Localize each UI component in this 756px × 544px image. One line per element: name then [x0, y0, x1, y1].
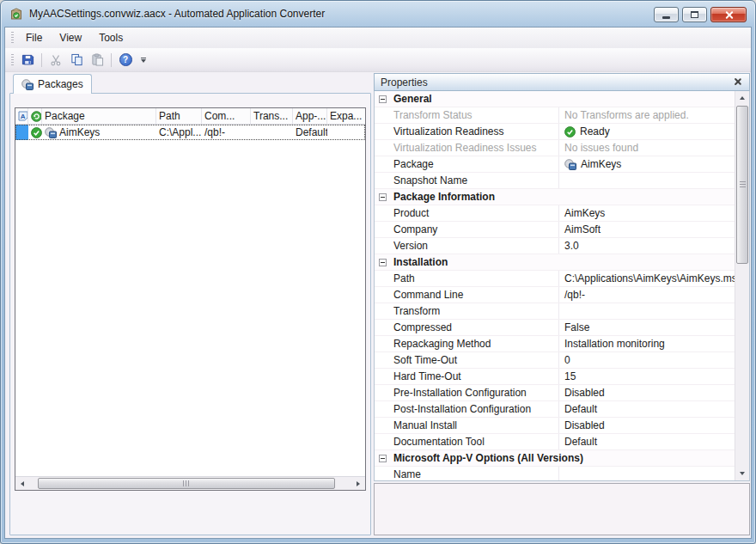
- close-button[interactable]: [710, 7, 747, 22]
- properties-close-button[interactable]: [731, 76, 743, 89]
- property-row[interactable]: Pre-Installation ConfigurationDisabled: [375, 385, 735, 401]
- property-row[interactable]: Soft Time-Out0: [375, 352, 735, 369]
- property-group-header[interactable]: Package Information: [375, 189, 735, 205]
- menu-item-file[interactable]: File: [17, 28, 51, 47]
- property-value[interactable]: Disabled: [558, 418, 735, 433]
- save-icon: [21, 53, 34, 66]
- property-value[interactable]: [558, 303, 735, 319]
- package-icon: [21, 79, 34, 90]
- cell-appv[interactable]: Default: [293, 125, 327, 140]
- minimize-icon: [662, 16, 670, 19]
- property-value[interactable]: 3.0: [558, 238, 735, 254]
- property-value[interactable]: 0: [558, 352, 735, 368]
- property-row[interactable]: PackageAimKeys: [375, 156, 735, 173]
- vertical-scrollbar[interactable]: [735, 91, 749, 480]
- property-label: Virtualization Readiness: [393, 125, 558, 138]
- menu-item-tools[interactable]: Tools: [90, 28, 131, 47]
- property-row[interactable]: Transform StatusNo Transforms are applie…: [375, 107, 735, 124]
- save-button[interactable]: [17, 51, 38, 70]
- property-value[interactable]: [558, 173, 735, 188]
- property-value[interactable]: 15: [558, 369, 735, 384]
- property-row[interactable]: Name: [375, 467, 735, 480]
- tab-packages-label: Packages: [38, 78, 83, 90]
- cell-transform[interactable]: [251, 125, 293, 140]
- column-header-path[interactable]: Path: [156, 108, 202, 124]
- restore-button[interactable]: [682, 7, 707, 22]
- property-row[interactable]: Command Line/qb!-: [375, 287, 735, 303]
- cell-flag[interactable]: [15, 125, 28, 140]
- property-value[interactable]: Default: [558, 401, 735, 417]
- property-row[interactable]: Documentation ToolDefault: [375, 434, 735, 450]
- menu-item-view[interactable]: View: [51, 28, 90, 47]
- column-header-package[interactable]: Package: [42, 108, 156, 124]
- menu-grip[interactable]: [11, 32, 14, 44]
- column-header-expand[interactable]: Expa...: [327, 108, 365, 124]
- property-label: Command Line: [393, 289, 558, 301]
- column-header-command[interactable]: Com...: [202, 108, 251, 124]
- cut-button[interactable]: [46, 51, 66, 70]
- property-value[interactable]: C:\Applications\AimKeys\AimKeys.msi: [558, 271, 735, 286]
- property-group-header[interactable]: General: [375, 91, 735, 107]
- property-row[interactable]: Manual InstallDisabled: [375, 418, 735, 434]
- properties-panel: Properties GeneralTransform StatusNo Tra…: [374, 73, 750, 536]
- property-value[interactable]: AimKeys: [558, 156, 735, 172]
- help-button[interactable]: ?: [115, 51, 136, 70]
- property-value[interactable]: Disabled: [558, 385, 735, 400]
- collapse-icon[interactable]: [379, 259, 387, 266]
- cell-refresh[interactable]: [28, 125, 42, 140]
- cell-path[interactable]: C:\Appl...: [156, 125, 202, 140]
- property-row[interactable]: Version3.0: [375, 238, 735, 254]
- property-description-box: [374, 483, 750, 535]
- property-value[interactable]: [558, 467, 735, 480]
- property-value[interactable]: No Transforms are applied.: [558, 107, 735, 123]
- toolbar-separator: [41, 53, 42, 67]
- column-header-appv[interactable]: App-...: [293, 108, 327, 124]
- property-row[interactable]: Post-Installation ConfigurationDefault: [375, 401, 735, 418]
- scroll-right-button[interactable]: [351, 477, 365, 490]
- column-header-refresh[interactable]: [28, 108, 42, 124]
- scroll-down-button[interactable]: [735, 467, 749, 480]
- copy-button[interactable]: [66, 51, 87, 70]
- horizontal-scrollbar[interactable]: [15, 476, 365, 490]
- property-value[interactable]: AimKeys: [558, 205, 735, 221]
- vertical-scrollbar-thumb[interactable]: [736, 106, 748, 264]
- collapse-icon[interactable]: [379, 193, 387, 201]
- property-group-header[interactable]: Installation: [375, 254, 735, 271]
- horizontal-scrollbar-thumb[interactable]: [38, 478, 335, 489]
- property-row[interactable]: Snapshot Name: [375, 173, 735, 189]
- scroll-up-button[interactable]: [735, 91, 749, 105]
- paste-button[interactable]: [87, 51, 107, 70]
- cell-expand[interactable]: [327, 125, 359, 140]
- property-row[interactable]: PathC:\Applications\AimKeys\AimKeys.msi: [375, 271, 735, 287]
- property-value[interactable]: Default: [558, 434, 735, 449]
- toolbar-overflow-button[interactable]: [137, 51, 149, 70]
- property-row[interactable]: Virtualization Readiness IssuesNo issues…: [375, 140, 735, 156]
- cell-command[interactable]: /qb!-: [202, 125, 251, 140]
- title-bar[interactable]: MyAACSettings.convwiz.aacx - Automated A…: [4, 1, 752, 27]
- properties-header: Properties: [374, 73, 750, 91]
- property-value[interactable]: AimSoft: [558, 222, 735, 237]
- scroll-left-button[interactable]: [15, 477, 29, 490]
- property-value[interactable]: Installation monitoring: [558, 336, 735, 351]
- property-value[interactable]: Ready: [558, 124, 735, 139]
- property-row[interactable]: CompressedFalse: [375, 320, 735, 336]
- collapse-icon[interactable]: [379, 455, 387, 462]
- property-value[interactable]: /qb!-: [558, 287, 735, 303]
- property-row[interactable]: CompanyAimSoft: [375, 222, 735, 238]
- collapse-icon[interactable]: [379, 95, 387, 103]
- property-group-header[interactable]: Microsoft App-V Options (All Versions): [375, 450, 735, 467]
- column-header-transform[interactable]: Trans...: [251, 108, 293, 124]
- property-row[interactable]: Virtualization ReadinessReady: [375, 124, 735, 140]
- property-value[interactable]: No issues found: [558, 140, 735, 156]
- toolbar-grip[interactable]: [11, 54, 14, 66]
- property-value[interactable]: False: [558, 320, 735, 335]
- column-header-flag[interactable]: A: [15, 108, 28, 124]
- property-row[interactable]: Hard Time-Out15: [375, 369, 735, 385]
- package-row[interactable]: AimKeysC:\Appl.../qb!-Default: [15, 125, 365, 140]
- cell-package[interactable]: AimKeys: [42, 125, 156, 140]
- property-row[interactable]: Transform: [375, 303, 735, 320]
- tab-packages[interactable]: Packages: [13, 74, 92, 94]
- property-row[interactable]: ProductAimKeys: [375, 205, 735, 222]
- property-row[interactable]: Repackaging MethodInstallation monitorin…: [375, 336, 735, 352]
- minimize-button[interactable]: [654, 7, 679, 22]
